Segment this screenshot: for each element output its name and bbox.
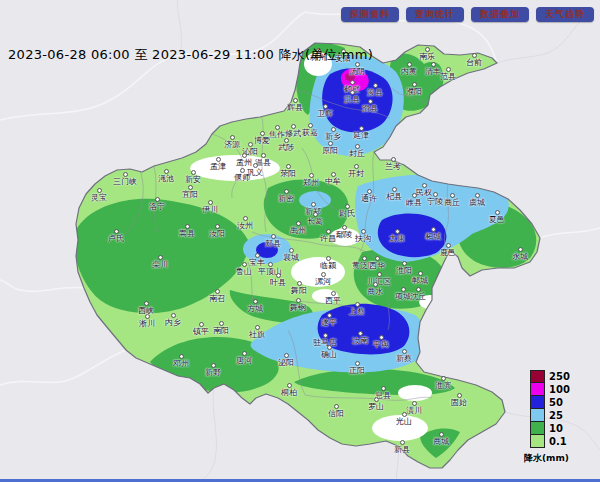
legend-row: 100 xyxy=(530,383,570,396)
precipitation-map[interactable] xyxy=(0,0,600,482)
toolbar: 探测资料查询统计数据叠加天气趋势 xyxy=(341,7,594,22)
legend-value: 25 xyxy=(549,410,563,421)
legend-value: 250 xyxy=(549,371,570,382)
toolbar-button[interactable]: 探测资料 xyxy=(341,7,399,22)
legend-swatch xyxy=(530,409,545,422)
legend-value: 50 xyxy=(549,397,563,408)
legend-row: 50 xyxy=(530,396,570,409)
legend-row: 25 xyxy=(530,409,570,422)
legend-row: 0.1 xyxy=(530,435,570,448)
legend-swatch xyxy=(530,370,545,383)
legend-row: 250 xyxy=(530,370,570,383)
toolbar-button[interactable]: 数据叠加 xyxy=(471,7,529,22)
legend-value: 0.1 xyxy=(549,436,567,447)
toolbar-button[interactable]: 天气趋势 xyxy=(536,7,594,22)
legend-swatch xyxy=(530,396,545,409)
legend-value: 10 xyxy=(549,423,563,434)
legend-swatch xyxy=(530,422,545,435)
legend-value: 100 xyxy=(549,384,570,395)
app-window: 林州安阳汤阴南乐内黄清丰台前范县濮阳鹤壁浚县淇县滑县卫辉辉县新乡延津获嘉修武焦作… xyxy=(0,0,600,482)
toolbar-button[interactable]: 查询统计 xyxy=(406,7,464,22)
legend-row: 10 xyxy=(530,422,570,435)
legend-swatch xyxy=(530,435,545,448)
legend-swatch xyxy=(530,383,545,396)
legend-caption: 降水(mm) xyxy=(524,452,570,465)
legend: 2501005025100.1 降水(mm) xyxy=(530,370,570,465)
legend-rows: 2501005025100.1 xyxy=(530,370,570,448)
map-title: 2023-06-28 06:00 至 2023-06-29 11:00 降水(单… xyxy=(8,46,373,64)
